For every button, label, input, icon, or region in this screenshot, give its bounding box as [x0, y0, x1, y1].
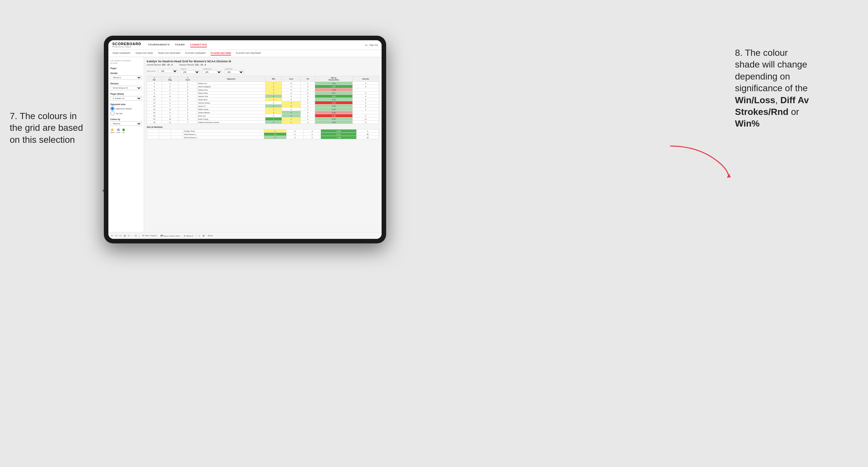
col-div: #Div: [147, 76, 162, 82]
legend-down-dot: [111, 128, 114, 131]
conference-filter[interactable]: (All): [203, 70, 222, 74]
colour-by-select[interactable]: Win/loss: [110, 121, 142, 126]
division-select[interactable]: NCAA Division III: [110, 86, 142, 90]
main-content: Last Updated: 27/03/2024 16:55:38 Player…: [108, 57, 381, 232]
right-content: Katelyn Vo Head-to-Head Grid for Women's…: [144, 57, 381, 232]
out-of-division-table: Foreign Team1004.5002NAIA Division 11500…: [147, 129, 379, 139]
col-diff: Diff AvStrokes/Rnd: [315, 76, 352, 82]
col-opponent: Opponent: [197, 76, 266, 82]
table-row: 19106Emily Chang4100.3011: [147, 118, 379, 121]
region-filter[interactable]: (All): [180, 70, 200, 74]
table-row: 633Sydney Kuo100-1.00: [147, 88, 379, 92]
resize-icon: ⤢: [198, 234, 200, 237]
sub-nav-player-h2h-heatmap[interactable]: PLAYER H2H HEATMAP: [236, 51, 261, 56]
player-rank-section: Player (Rank) 8. Katelyn Vo: [110, 93, 142, 101]
opponents-filter-label: Opponents:: [147, 70, 156, 72]
legend-up-dot: [122, 128, 125, 131]
radio-opponents-played: Opponents Played: [110, 106, 142, 111]
legend-down: Down: [110, 128, 115, 133]
table-row: 1822Euna Lee020-5.002: [147, 114, 379, 118]
opponent-view-section: Opponent view Opponents Played Top 100: [110, 103, 142, 116]
top-nav: SCOREBOARD Powered by clippd TOURNAMENTS…: [108, 40, 381, 50]
col-conf: #Conf: [179, 76, 197, 82]
gender-section: Gender Women's: [110, 72, 142, 80]
undo-icon[interactable]: ↩: [111, 234, 113, 237]
division-section: Division NCAA Division III: [110, 83, 142, 90]
toolbar-divider-2: [196, 234, 196, 238]
bottom-toolbar: ↩ ↪ ↩ ⊞ ✂ · ⊙ 👁 View: Original 💾 Save Cu…: [108, 232, 381, 239]
col-tie: Tie: [301, 76, 315, 82]
player-rank-select[interactable]: 8. Katelyn Vo: [110, 96, 142, 101]
radio-opponents-played-input[interactable]: [110, 106, 115, 111]
out-of-division-title: Out of division: [147, 126, 379, 128]
grid-icon[interactable]: ⊞: [124, 234, 126, 237]
region-filter-group: Region (All): [180, 68, 200, 74]
ood-table-row: Foreign Team1004.5002: [147, 129, 379, 133]
colour-by-section: Colour by Win/loss: [110, 118, 142, 126]
arrow-right-icon: [667, 143, 732, 182]
annotation-right: 8. The colour shade will change dependin…: [735, 47, 858, 130]
nav-items: TOURNAMENTS TEAMS COMMITTEE: [148, 42, 359, 48]
nav-tournaments[interactable]: TOURNAMENTS: [148, 42, 170, 48]
tablet-screen: SCOREBOARD Powered by clippd TOURNAMENTS…: [108, 40, 381, 239]
tablet-device: SCOREBOARD Powered by clippd TOURNAMENTS…: [104, 36, 386, 243]
table-row: 1474Eunice Yi2200.389: [147, 104, 379, 108]
conference-filter-group: Conference (All): [203, 68, 222, 74]
table-row: 522Alexis Sudjianto1004.003: [147, 85, 379, 88]
sub-nav-team-h2h-heatmap[interactable]: TEAM H2H HEATMAP: [158, 51, 181, 56]
table-row: 1113Heejo Hyun1003.333: [147, 98, 379, 101]
overall-record: Overall Record: 353 - 34 - 6 Division Re…: [147, 64, 379, 66]
table-row: 1631Jessica Mason120-0.94: [147, 111, 379, 114]
ood-table-row: NCAA Division 25007.40010: [147, 136, 379, 139]
logo: SCOREBOARD Powered by clippd: [112, 42, 141, 48]
legend: Down Level Up: [110, 128, 142, 133]
col-win: Win: [266, 76, 282, 82]
filter-row: Opponents: (All) Region (All) Conference…: [147, 68, 379, 74]
grid2-icon: ⊞: [203, 234, 205, 237]
table-row: 1311Jessica Huang010-3.002: [147, 101, 379, 104]
watch-btn[interactable]: 👁 Watch ▾: [183, 234, 194, 237]
last-updated: Last Updated: 27/03/2024 16:55:38: [110, 60, 142, 65]
nav-teams[interactable]: TEAMS: [175, 42, 185, 48]
opponent-filter[interactable]: (All): [224, 70, 244, 74]
player-section: Player: [110, 67, 142, 69]
redo-icon[interactable]: ↪: [115, 234, 118, 237]
refresh-icon[interactable]: ⊙: [135, 234, 137, 237]
radio-top100-input[interactable]: [110, 111, 115, 116]
nav-committee[interactable]: COMMITTEE: [190, 42, 207, 48]
back-icon[interactable]: ↩: [119, 234, 122, 237]
left-panel: Last Updated: 27/03/2024 16:55:38 Player…: [108, 57, 144, 232]
table-row: 1063Andrea York2004.004: [147, 95, 379, 98]
col-reg: #Reg: [162, 76, 178, 82]
dot-icon: ·: [132, 234, 133, 237]
view-original-btn[interactable]: 👁 View: Original: [141, 234, 158, 237]
sub-nav: TEAM SUMMARY TEAM H2H GRID TEAM H2H HEAT…: [108, 50, 381, 57]
table-row: 311Esther Lee1011.504: [147, 82, 379, 85]
legend-up: Up: [122, 128, 125, 133]
svg-marker-1: [727, 174, 731, 178]
ood-table-row: NAIA Division 115009.26730: [147, 133, 379, 136]
col-loss: Loss: [282, 76, 301, 82]
opponents-filter[interactable]: (All): [158, 69, 178, 73]
save-custom-view-btn[interactable]: 💾 Save Custom View: [160, 234, 181, 237]
grid-title: Katelyn Vo Head-to-Head Grid for Women's…: [147, 60, 379, 63]
h2h-table: #Div #Reg #Conf Opponent Win Loss Tie Di…: [147, 76, 379, 124]
table-row: 1585Stella Cheng1001.254: [147, 108, 379, 111]
toolbar-divider-1: [139, 234, 139, 238]
sub-nav-team-h2h-grid[interactable]: TEAM H2H GRID: [135, 51, 153, 56]
sub-nav-player-summary[interactable]: PLAYER SUMMARY: [185, 51, 206, 56]
nav-right: ▸| Sign out: [365, 44, 378, 46]
col-rounds: Rounds: [352, 76, 379, 82]
opponent-filter-group: Opponent (All): [224, 68, 244, 74]
table-row: 914Sharon Mun1003.673: [147, 92, 379, 95]
table-row: 20117Federica Domecq Lacroze2101.336: [147, 121, 379, 124]
legend-level-dot: [117, 128, 120, 131]
radio-top100: Top 100: [110, 111, 142, 116]
sub-nav-team-summary[interactable]: TEAM SUMMARY: [112, 51, 131, 56]
sign-out-link[interactable]: Sign out: [369, 44, 378, 46]
scissors-icon[interactable]: ✂: [128, 234, 130, 237]
share-btn[interactable]: Share: [207, 234, 214, 237]
gender-select[interactable]: Women's: [110, 75, 142, 80]
sub-nav-player-h2h-grid[interactable]: PLAYER H2H GRID: [211, 51, 231, 56]
legend-level: Level: [117, 128, 120, 133]
